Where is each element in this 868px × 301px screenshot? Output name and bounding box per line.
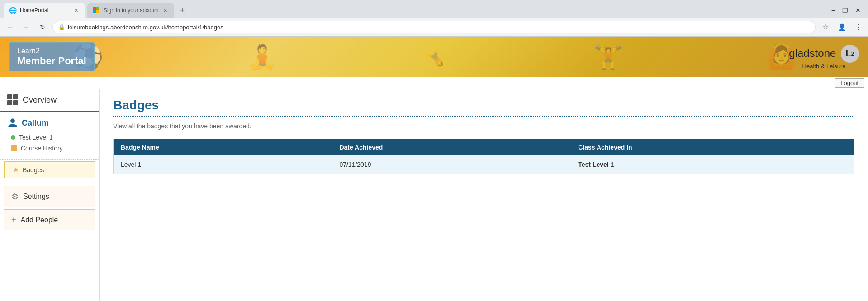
tab-signin-label: Sign in to your account [104,7,159,14]
logout-bar: Logout [0,77,868,89]
col-badge-name: Badge Name [114,139,332,156]
header-figures: ⚽ 🧘 🤸 🏋️ 🙆 [0,37,868,77]
plus-icon: + [11,215,16,225]
address-bar: ← → ↻ 🔒 leisurebookings.aberdeenshire.go… [0,18,868,36]
window-controls: − ❐ ✕ [831,7,864,14]
sidebar-item-overview[interactable]: Overview [0,89,99,112]
content-area: Badges View all the badges that you have… [100,89,868,301]
sidebar: Overview Callum Test Level 1 Course Hist… [0,89,100,301]
reload-button[interactable]: ↻ [36,21,49,33]
badges-sidebar-label: Badges [23,166,44,174]
url-text: leisurebookings.aberdeenshire.gov.uk/hom… [68,24,223,31]
tab-homeportal[interactable]: 🌐 HomePortal ✕ [4,3,85,18]
table-header: Badge Name Date Achieved Class Achieved … [114,139,854,156]
page-wrapper: ⚽ 🧘 🤸 🏋️ 🙆 Learn2 Member Portal gladston… [0,37,868,301]
menu-icon[interactable]: ⋮ [852,21,864,33]
gladstone-logo: gladstone L2 [789,45,859,63]
cell-date-achieved: 07/11/2019 [332,155,571,174]
badge-star-icon: ★ [13,165,19,174]
maximize-button[interactable]: ❐ [842,7,848,14]
forward-button[interactable]: → [20,21,33,33]
page-title: Badges [113,98,854,113]
page-divider [113,116,854,117]
sidebar-username: Callum [7,118,92,128]
logout-button[interactable]: Logout [835,78,864,88]
close-button[interactable]: ✕ [855,7,861,14]
header-logo: gladstone L2 Health & Leisure [789,45,859,70]
cell-class-achieved: Test Level 1 [571,155,854,174]
user-avatar-icon [7,118,18,128]
gladstone-sub: Health & Leisure [789,63,859,70]
sidebar-item-badges[interactable]: ★ Badges [4,161,95,178]
table-body: Level 107/11/2019Test Level 1 [114,155,854,174]
bookmark-icon[interactable]: ☆ [819,21,832,33]
globe-icon: 🌐 [9,7,16,14]
gear-icon: ⚙ [11,192,19,202]
profile-icon[interactable]: 👤 [835,21,848,33]
figure-yoga: 🧘 [247,43,277,71]
member-portal-label: Member Portal [17,55,86,67]
active-dot-icon [11,135,15,140]
col-date-achieved: Date Achieved [332,139,571,156]
course-history-badge-icon [11,145,17,151]
cell-badge-name: Level 1 [114,155,332,174]
overview-grid-icon [7,94,18,105]
add-people-label: Add People [21,216,58,224]
overview-label: Overview [23,95,57,105]
sidebar-item-test-level[interactable]: Test Level 1 [7,132,92,143]
tab-separator [86,6,86,15]
sidebar-item-add-people[interactable]: + Add People [4,209,95,230]
ms-logo-icon [93,7,100,14]
learn2-label: Learn2 [17,47,86,55]
table-row: Level 107/11/2019Test Level 1 [114,155,854,174]
sidebar-item-settings[interactable]: ⚙ Settings [4,186,95,207]
tab-signin-close[interactable]: ✕ [161,7,169,14]
main-layout: Overview Callum Test Level 1 Course Hist… [0,89,868,301]
tab-bar: 🌐 HomePortal ✕ Sign in to your account ✕… [0,0,868,18]
sidebar-user-section: Callum Test Level 1 Course History [0,112,99,160]
url-bar[interactable]: 🔒 leisurebookings.aberdeenshire.gov.uk/h… [52,21,816,33]
lock-icon: 🔒 [58,24,65,30]
browser-chrome: 🌐 HomePortal ✕ Sign in to your account ✕… [0,0,868,37]
badges-table: Badge Name Date Achieved Class Achieved … [113,139,854,174]
new-tab-button[interactable]: + [176,4,189,17]
sidebar-divider [0,182,99,182]
tab-homeportal-close[interactable]: ✕ [72,7,80,14]
l2-badge: L2 [841,45,859,63]
col-class-achieved: Class Achieved In [571,139,854,156]
tab-homeportal-label: HomePortal [20,7,70,14]
figure-stretch: 🤸 [420,43,450,71]
sidebar-item-course-history[interactable]: Course History [7,143,92,154]
figure-lift: 🏋️ [593,43,623,71]
address-bar-right: ☆ 👤 ⋮ [819,21,864,33]
back-button[interactable]: ← [4,21,16,33]
portal-box: Learn2 Member Portal [9,42,95,71]
tab-signin[interactable]: Sign in to your account ✕ [87,3,174,18]
page-description: View all the badges that you have been a… [113,122,854,130]
site-header: ⚽ 🧘 🤸 🏋️ 🙆 Learn2 Member Portal gladston… [0,37,868,77]
table-header-row: Badge Name Date Achieved Class Achieved … [114,139,854,156]
settings-label: Settings [23,193,49,201]
minimize-button[interactable]: − [831,7,835,14]
